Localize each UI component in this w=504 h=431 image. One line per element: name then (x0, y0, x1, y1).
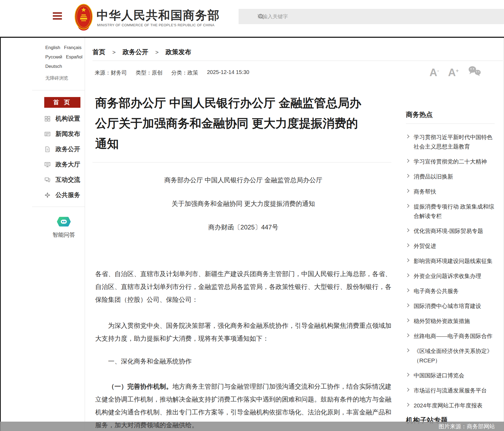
breadcrumb: 首页 > 政务公开 > 政策发布 (92, 48, 191, 56)
sidebar-item-organization[interactable]: 机构设置 (44, 111, 80, 126)
paragraph-item-1: （一）完善协作机制。地方商务主管部门与金融管理部门加强沟通交流和分工协作，结合实… (95, 380, 391, 431)
sidebar-item-label: 互动交流 (55, 176, 80, 184)
page: 中华人民共和国商务部 MINISTRY OF COMMERCE OF THE P… (0, 0, 504, 431)
lang-deutsch[interactable]: Deutsch (45, 64, 62, 69)
paragraph-intro: 为深入贯彻党中央、国务院决策部署，强化商务和金融系统协作，引导金融机构聚焦消费重… (95, 319, 391, 345)
list-item[interactable]: 学习宣传贯彻党的二十大精神 (406, 157, 495, 166)
paragraph-recipients: 各省、自治区、直辖市及计划单列市、新疆生产建设兵团商务主管部门，中国人民银行上海… (95, 267, 391, 306)
sidebar-item-label: 机构设置 (55, 114, 80, 123)
sidebar-item-news[interactable]: 新闻发布 (44, 126, 80, 142)
lang-russian[interactable]: Русский (45, 54, 62, 60)
list-item[interactable]: 消费品以旧换新 (406, 172, 495, 181)
service-hall-icon (44, 161, 51, 168)
chevron-right-icon (406, 318, 409, 322)
article-doc-number: 商办财函〔2025〕447号 (95, 222, 391, 232)
breadcrumb-home[interactable]: 首页 (92, 48, 105, 56)
chevron-right-icon (406, 403, 409, 407)
meta-type: 类型：原创 (136, 69, 162, 76)
sidebar-rule (32, 90, 85, 90)
search-input[interactable] (257, 14, 430, 20)
language-links: English Français Русский Español Deutsch (45, 45, 88, 69)
list-item[interactable]: 丝路电商——电子商务国际合作 (406, 331, 495, 341)
document-icon (44, 146, 51, 153)
article-title: 商务部办公厅 中国人民银行办公厅 金融监管总局办 公厅关于加强商务和金融协同 更… (95, 93, 391, 154)
hot-topics-list: 学习贯彻习近平新时代中国特色社会主义思想主题教育 学习宣传贯彻党的二十大精神 消… (406, 132, 495, 410)
hot-topics-title: 商务热点 (406, 110, 495, 119)
chevron-right-icon (406, 243, 409, 247)
image-caption: 图片来源：商务部网站 (439, 422, 495, 431)
breadcrumb-policy-release[interactable]: 政策发布 (166, 48, 191, 56)
chevron-right-icon (406, 228, 409, 232)
meta-source: 来源：财务司 (95, 69, 127, 76)
meta-datetime: 2025-12-14 15:30 (207, 69, 249, 76)
hot-topics-divider (406, 124, 495, 124)
list-item[interactable]: 提振消费专项行动 政策集成和综合解读专栏 (406, 202, 495, 221)
robot-icon (57, 216, 71, 228)
sidebar-item-label: 新闻发布 (55, 130, 80, 138)
sidebar-item-label: 公共服务 (55, 191, 80, 199)
lang-espanol[interactable]: Español (66, 54, 82, 60)
sidebar-item-gov-disclosure[interactable]: 政务公开 (44, 142, 80, 157)
chevron-right-icon (406, 348, 409, 352)
list-item[interactable]: 中国国际进口博览会 (406, 371, 495, 380)
breadcrumb-separator: > (112, 49, 116, 55)
smart-qa-widget[interactable]: 智能问答 (40, 216, 88, 239)
site-subtitle: MINISTRY OF COMMERCE OF THE PEOPLE'S REP… (97, 23, 214, 27)
search-icon (258, 13, 264, 20)
breadcrumb-separator: > (155, 49, 158, 55)
news-icon (44, 131, 51, 137)
meta-category: 分类：政策 (171, 69, 198, 76)
list-item[interactable]: 《区域全面经济伙伴关系协定》（RCEP） (406, 346, 495, 365)
list-item[interactable]: 外贸促进 (406, 241, 495, 251)
list-item[interactable]: 商务帮扶 (406, 187, 495, 196)
sidebar-item-interaction[interactable]: 互动交流 (44, 172, 80, 187)
article-header-line2: 关于加强商务和金融协同 更大力度提振消费的通知 (95, 199, 391, 209)
list-item[interactable]: 2024年度网站工作年度报表 (406, 401, 495, 410)
title-divider (92, 162, 391, 162)
hot-topics-panel: 商务热点 学习贯彻习近平新时代中国特色社会主义思想主题教育 学习宣传贯彻党的二十… (406, 38, 495, 425)
lang-english[interactable]: English (45, 45, 60, 50)
sidebar-menu: 机构设置 新闻发布 政务公开 (44, 111, 80, 203)
sidebar-item-home[interactable]: 首 页 (44, 97, 80, 108)
sidebar-item-public-service[interactable]: 公共服务 (44, 187, 80, 203)
chevron-right-icon (406, 204, 409, 208)
list-item[interactable]: 市场运行与流通发展服务平台 (406, 386, 495, 395)
article: 商务部办公厅 中国人民银行办公厅 金融监管总局办 公厅关于加强商务和金融协同 更… (95, 93, 391, 431)
list-item[interactable]: 外资企业问题诉求收集办理 (406, 271, 495, 281)
article-meta: 来源：财务司 类型：原创 分类：政策 2025-12-14 15:30 (95, 69, 258, 76)
list-item[interactable]: 电子商务公共服务 (406, 286, 495, 296)
accessibility-link[interactable]: 无障碍浏览 (45, 75, 68, 81)
chevron-right-icon (406, 388, 409, 392)
chat-icon (44, 177, 51, 183)
chevron-right-icon (406, 333, 409, 337)
lang-francais[interactable]: Français (64, 45, 81, 50)
chevron-right-icon (406, 189, 409, 193)
chevron-right-icon (406, 303, 409, 307)
sidebar-item-service-hall[interactable]: 政务大厅 (44, 157, 80, 172)
chevron-right-icon (406, 288, 409, 292)
chevron-right-icon (406, 159, 409, 163)
chevron-right-icon (406, 135, 409, 138)
list-item[interactable]: 优化营商环境-国际贸易专题 (406, 226, 495, 236)
org-chart-icon (44, 116, 51, 122)
list-item[interactable]: 影响营商环境建设问题线索征集 (406, 256, 495, 266)
chevron-right-icon (406, 273, 409, 277)
section-heading-1: 一、深化商务和金融系统协作 (95, 355, 391, 368)
list-item[interactable]: 学习贯彻习近平新时代中国特色社会主义思想主题教育 (406, 132, 495, 151)
search-bar[interactable] (239, 9, 504, 24)
paragraph-item-1-lead: （一）完善协作机制。 (108, 383, 172, 390)
site-title: 中华人民共和国商务部 (97, 8, 220, 23)
article-header-line1: 商务部办公厅 中国人民银行办公厅 金融监管总局办公厅 (95, 175, 391, 185)
menu-hamburger-icon[interactable] (53, 12, 62, 21)
national-emblem-logo (75, 3, 93, 33)
sidebar-item-label: 政务大厅 (55, 160, 80, 169)
chevron-right-icon (406, 373, 409, 377)
smart-qa-label: 智能问答 (40, 231, 88, 239)
sidebar-rule (32, 207, 85, 207)
public-service-icon (44, 192, 51, 198)
left-border (0, 38, 1, 431)
sidebar-item-label: 政务公开 (55, 145, 80, 153)
breadcrumb-gov-disclosure[interactable]: 政务公开 (123, 48, 148, 56)
list-item[interactable]: 国际消费中心城市培育建设 (406, 301, 495, 311)
list-item[interactable]: 稳外贸稳外资政策措施 (406, 316, 495, 326)
